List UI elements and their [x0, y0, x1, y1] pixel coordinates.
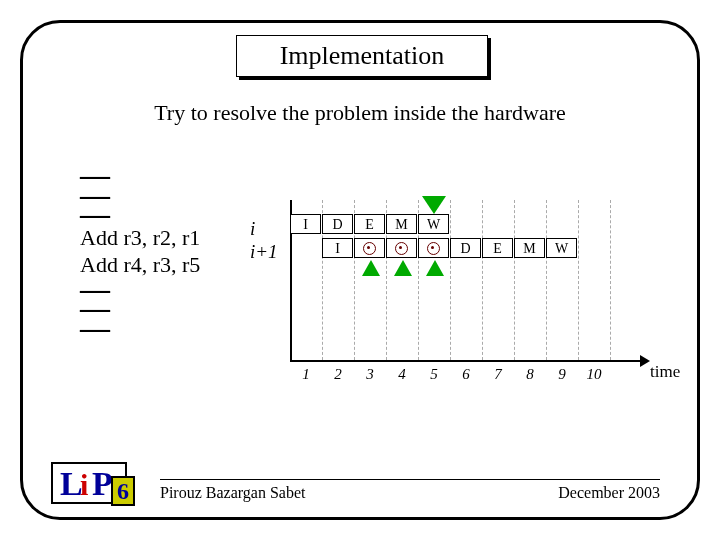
row-label-i1: i+1 [250, 241, 278, 264]
x-axis-label: time [650, 362, 680, 382]
pipeline-cell: M [514, 238, 545, 258]
lip6-logo: L i P 6 [50, 457, 140, 512]
pipeline-cell: M [386, 214, 417, 234]
bubble-icon [427, 242, 440, 255]
x-tick: 4 [386, 366, 418, 383]
svg-text:6: 6 [117, 478, 129, 504]
arrow-right-icon [640, 355, 650, 367]
x-tick: 10 [578, 366, 610, 383]
x-tick: 6 [450, 366, 482, 383]
write-marker-icon [422, 196, 446, 214]
pipeline-cell: W [546, 238, 577, 258]
pipeline-cell: E [354, 214, 385, 234]
read-marker-icon [394, 260, 412, 276]
pipeline-cell: I [290, 214, 321, 234]
x-tick: 7 [482, 366, 514, 383]
gridline [546, 200, 547, 360]
gridline [578, 200, 579, 360]
gridline [450, 200, 451, 360]
svg-text:i: i [80, 468, 88, 501]
x-tick: 2 [322, 366, 354, 383]
bubble-icon [363, 242, 376, 255]
row-labels: i i+1 [250, 218, 278, 264]
row-label-i: i [250, 218, 278, 241]
pipeline-cell [418, 238, 449, 258]
dash-line: — [80, 204, 200, 224]
bubble-icon [395, 242, 408, 255]
gridline [514, 200, 515, 360]
footer-author: Pirouz Bazargan Sabet [160, 484, 305, 502]
pipeline-chart: IDEMWIDEMW 12345678910 time [290, 200, 642, 360]
x-tick: 1 [290, 366, 322, 383]
pipeline-cell: D [450, 238, 481, 258]
pipeline-cell [386, 238, 417, 258]
gridline [610, 200, 611, 360]
footer-divider [160, 479, 660, 480]
svg-text:P: P [92, 465, 113, 502]
x-tick: 3 [354, 366, 386, 383]
pipeline-cell: E [482, 238, 513, 258]
read-marker-icon [426, 260, 444, 276]
pipeline-cell: D [322, 214, 353, 234]
footer-date: December 2003 [558, 484, 660, 502]
gridline [482, 200, 483, 360]
slide-title: Implementation [280, 41, 445, 70]
read-marker-icon [362, 260, 380, 276]
pipeline-cell [354, 238, 385, 258]
axis-x [290, 360, 642, 362]
x-tick: 8 [514, 366, 546, 383]
x-tick: 9 [546, 366, 578, 383]
pipeline-cell: I [322, 238, 353, 258]
x-tick: 5 [418, 366, 450, 383]
instruction-block: — — — Add r3, r2, r1 Add r4, r3, r5 — — … [80, 165, 200, 337]
pipeline-cell: W [418, 214, 449, 234]
dash-line: — [80, 318, 200, 338]
instruction-1: Add r3, r2, r1 [80, 224, 200, 252]
slide-subtitle: Try to resolve the problem inside the ha… [0, 100, 720, 126]
slide-title-box: Implementation [236, 35, 488, 77]
